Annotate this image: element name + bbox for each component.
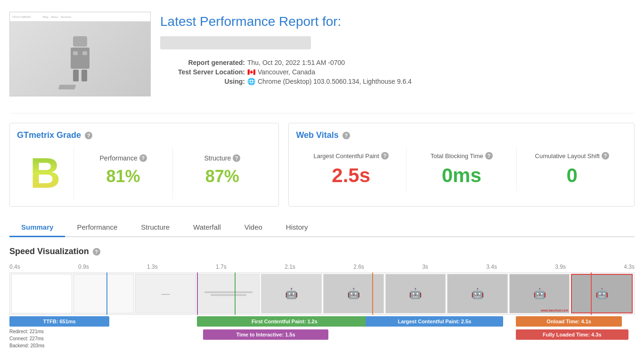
server-location-label: Test Server Location: (160, 68, 245, 76)
timeline-ruler: 0.4s 0.9s 1.3s 1.7s 2.1s 2.6s 3s 3.4s 3.… (9, 264, 635, 270)
timeline-container: 0.4s 0.9s 1.3s 1.7s 2.1s 2.6s 3s 3.4s 3.… (9, 264, 635, 360)
meta-info: Report generated: Thu, Oct 20, 2022 1:51… (160, 59, 635, 85)
onload-bar: Onload Time: 4.1s (516, 316, 622, 327)
grade-letter: B (30, 152, 61, 194)
cls-help-icon[interactable]: ? (602, 152, 609, 160)
gtmetrix-grade-title: GTmetrix Grade (17, 130, 81, 140)
tab-history[interactable]: History (274, 218, 320, 237)
fcp-bar: First Contentful Paint: 1.2s (197, 316, 372, 327)
tbt-metric: Total Blocking Time ? 0ms (407, 147, 517, 192)
mark-4: 2.1s (285, 264, 295, 270)
structure-label: Structure (204, 154, 231, 162)
lcp-bar: Largest Contentful Paint: 2.5s (366, 316, 503, 327)
tab-summary[interactable]: Summary (9, 218, 65, 237)
tbt-help-icon[interactable]: ? (485, 152, 493, 160)
frame-6: 🤖 (323, 274, 384, 313)
tab-waterfall[interactable]: Waterfall (181, 218, 233, 237)
frame-10: 🤖 (571, 274, 633, 313)
report-generated-label: Report generated: (160, 59, 245, 66)
gtmetrix-grade-box: GTmetrix Grade ? B Performance ? 81% (9, 123, 279, 207)
frames-wrapper: — 🤖 🤖 🤖 (9, 272, 635, 354)
fully-loaded-bar: Fully Loaded Time: 4.3s (516, 329, 628, 340)
frame-7: 🤖 (385, 274, 446, 313)
mark-2: 1.3s (147, 264, 158, 270)
tabs-section: Summary Performance Structure Waterfall … (9, 218, 635, 237)
cls-label: Cumulative Layout Shift (535, 152, 600, 160)
using-value: Chrome (Desktop) 103.0.5060.134, Lightho… (258, 78, 412, 85)
frame-4 (197, 274, 260, 313)
mark-6: 3s (422, 264, 428, 270)
ttfb-bar: TTFB: 651ms (9, 316, 109, 327)
mark-8: 3.9s (555, 264, 566, 270)
performance-value: 81% (83, 167, 163, 186)
cls-metric: Cumulative Layout Shift ? 0 (517, 147, 627, 192)
lcp-value: 2.5s (303, 164, 399, 187)
report-title: Latest Performance Report for: (160, 14, 635, 29)
lcp-label: Largest Contentful Paint (313, 152, 379, 160)
performance-help-icon[interactable]: ? (139, 154, 147, 162)
header-info: Latest Performance Report for: Report ge… (160, 12, 635, 87)
performance-metric: Performance ? 81% (74, 147, 173, 199)
performance-label: Performance (100, 154, 138, 162)
mark-3: 1.7s (216, 264, 227, 270)
structure-metric: Structure ? 87% (173, 147, 271, 199)
tab-performance[interactable]: Performance (65, 218, 129, 237)
mark-0: 0.4s (9, 264, 20, 270)
canada-flag-icon: 🇨🇦 (247, 68, 255, 76)
web-vitals-title: Web Vitals (296, 130, 338, 140)
frame-2 (73, 274, 134, 313)
tab-video[interactable]: Video (233, 218, 274, 237)
frame-1 (11, 274, 72, 313)
report-generated-value: Thu, Oct 20, 2022 1:51 AM -0700 (247, 59, 345, 66)
mark-7: 3.4s (486, 264, 497, 270)
site-screenshot: TECH AMERO Blog About Services (9, 12, 151, 96)
tabs: Summary Performance Structure Waterfall … (9, 218, 635, 236)
speed-viz-title: Speed Visualization (9, 247, 89, 256)
tab-structure[interactable]: Structure (129, 218, 181, 237)
server-location-value: Vancouver, Canada (258, 68, 315, 76)
structure-help-icon[interactable]: ? (233, 154, 240, 162)
mark-9: 4.3s (624, 264, 635, 270)
lcp-metric: Largest Contentful Paint ? 2.5s (296, 147, 407, 192)
chrome-icon: 🌐 (247, 78, 255, 85)
ttfb-sub: Redirect: 221ms Connect: 227ms Backend: … (9, 328, 45, 349)
web-vitals-help-icon[interactable]: ? (342, 132, 350, 139)
tbt-label: Total Blocking Time (431, 152, 483, 160)
frame-5: 🤖 (261, 274, 322, 313)
url-bar (160, 36, 311, 49)
web-vitals-box: Web Vitals ? Largest Contentful Paint ? … (288, 123, 635, 207)
mark-5: 2.6s (353, 264, 364, 270)
mark-1: 0.9s (78, 264, 89, 270)
speed-viz-help-icon[interactable]: ? (93, 248, 100, 256)
tbt-value: 0ms (414, 164, 510, 187)
tti-bar: Time to Interactive: 1.5s (203, 329, 328, 340)
cls-value: 0 (524, 164, 620, 187)
frame-8: 🤖 (447, 274, 508, 313)
gtmetrix-help-icon[interactable]: ? (85, 132, 92, 139)
lcp-help-icon[interactable]: ? (381, 152, 389, 160)
timeline-frames: — 🤖 🤖 🤖 (9, 272, 635, 315)
grade-letter-container: B (17, 147, 73, 199)
speed-section: Speed Visualization ? 0.4s 0.9s 1.3s 1.7… (9, 247, 635, 360)
structure-value: 87% (182, 167, 262, 186)
frame-3: — (135, 274, 196, 313)
frame-9: 🤖 www.banzhuti.com (509, 274, 570, 313)
using-label: Using: (160, 78, 245, 85)
